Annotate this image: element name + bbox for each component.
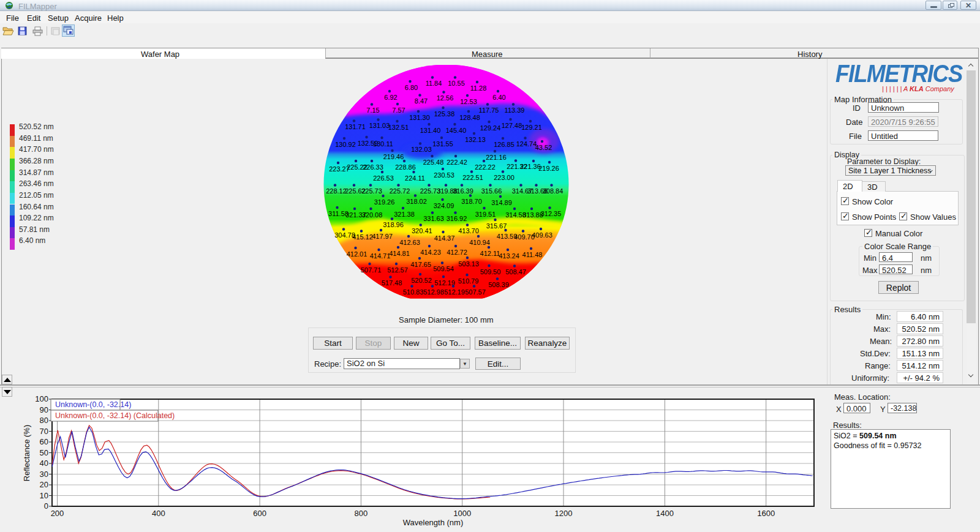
svg-text:225.72: 225.72 — [390, 187, 410, 195]
svg-text:131.30: 131.30 — [409, 114, 430, 121]
svg-text:222.42: 222.42 — [447, 159, 467, 166]
svg-text:224.11: 224.11 — [405, 174, 425, 182]
svg-text:512.57: 512.57 — [387, 266, 408, 274]
svg-text:222.22: 222.22 — [475, 163, 496, 171]
svg-text:415.12: 415.12 — [352, 233, 373, 241]
svg-text:222.51: 222.51 — [462, 174, 483, 181]
svg-text:11.84: 11.84 — [426, 80, 442, 87]
svg-text:90: 90 — [40, 405, 48, 414]
svg-text:12.56: 12.56 — [437, 94, 454, 102]
svg-text:11.28: 11.28 — [470, 84, 487, 92]
svg-text:509.54: 509.54 — [433, 265, 454, 272]
svg-text:520.52: 520.52 — [411, 277, 432, 284]
svg-text:130.92: 130.92 — [335, 141, 356, 148]
svg-text:131.03: 131.03 — [369, 122, 390, 129]
svg-text:Reflectance (%): Reflectance (%) — [22, 425, 31, 481]
svg-text:223.00: 223.00 — [494, 174, 514, 181]
svg-text:7.15: 7.15 — [366, 107, 379, 114]
svg-text:320.08: 320.08 — [362, 211, 383, 219]
svg-text:316.92: 316.92 — [447, 215, 467, 222]
svg-text:508.39: 508.39 — [488, 281, 509, 288]
svg-text:7.57: 7.57 — [392, 107, 405, 114]
svg-text:20: 20 — [40, 480, 48, 489]
svg-text:225.73: 225.73 — [361, 187, 382, 195]
svg-text:600: 600 — [253, 509, 266, 518]
svg-text:60: 60 — [40, 437, 48, 446]
svg-text:12.53: 12.53 — [460, 98, 477, 105]
svg-text:128.48: 128.48 — [459, 114, 480, 121]
svg-text:70: 70 — [40, 427, 48, 436]
svg-text:508.47: 508.47 — [505, 268, 526, 275]
svg-text:113.39: 113.39 — [505, 107, 525, 114]
svg-text:10.55: 10.55 — [448, 80, 465, 87]
svg-text:417.65: 417.65 — [410, 261, 431, 268]
svg-text:Unknown-(0.0, -32.14): Unknown-(0.0, -32.14) — [55, 400, 131, 409]
svg-text:1200: 1200 — [555, 509, 573, 518]
svg-text:324.09: 324.09 — [434, 202, 454, 209]
svg-text:230.53: 230.53 — [434, 171, 454, 179]
svg-text:414.71: 414.71 — [370, 252, 391, 260]
svg-text:503.13: 503.13 — [458, 260, 479, 268]
svg-text:308.84: 308.84 — [543, 187, 564, 195]
svg-text:228.12: 228.12 — [326, 187, 347, 195]
svg-text:226.53: 226.53 — [373, 174, 394, 182]
svg-text:319.51: 319.51 — [475, 211, 496, 218]
svg-text:129.21: 129.21 — [521, 124, 542, 131]
svg-text:131.55: 131.55 — [432, 140, 453, 148]
svg-text:228.86: 228.86 — [395, 163, 416, 171]
svg-text:50: 50 — [40, 448, 48, 457]
svg-text:414.23: 414.23 — [420, 249, 441, 256]
svg-text:507.71: 507.71 — [361, 266, 382, 274]
svg-text:320.41: 320.41 — [412, 227, 432, 234]
svg-text:131.71: 131.71 — [345, 123, 366, 130]
svg-text:414.81: 414.81 — [389, 250, 410, 257]
svg-text:321.38: 321.38 — [394, 211, 415, 218]
svg-text:226.33: 226.33 — [363, 163, 383, 171]
svg-text:219.46: 219.46 — [383, 153, 404, 160]
svg-text:800: 800 — [355, 509, 368, 518]
svg-text:132.51: 132.51 — [388, 124, 409, 131]
svg-text:512.98: 512.98 — [423, 288, 444, 296]
svg-text:221.16: 221.16 — [486, 154, 507, 161]
svg-text:1400: 1400 — [656, 509, 674, 518]
svg-text:412.63: 412.63 — [399, 239, 420, 246]
svg-text:100: 100 — [35, 394, 48, 403]
svg-text:125.38: 125.38 — [434, 110, 455, 118]
svg-text:1000: 1000 — [453, 509, 471, 518]
svg-text:0: 0 — [44, 501, 48, 511]
svg-text:145.40: 145.40 — [446, 127, 467, 134]
svg-text:124.74: 124.74 — [516, 140, 537, 148]
svg-text:131.40: 131.40 — [420, 127, 441, 134]
svg-text:126.85: 126.85 — [494, 141, 514, 148]
svg-text:318.70: 318.70 — [461, 198, 482, 205]
svg-text:318.02: 318.02 — [406, 198, 427, 205]
svg-text:127.48: 127.48 — [502, 122, 522, 129]
svg-text:117.75: 117.75 — [479, 107, 499, 114]
svg-text:414.37: 414.37 — [434, 234, 455, 242]
svg-text:43.52: 43.52 — [535, 144, 552, 151]
svg-text:80: 80 — [40, 416, 48, 425]
svg-text:200: 200 — [51, 509, 64, 518]
svg-text:412.01: 412.01 — [347, 250, 368, 258]
svg-text:130.11: 130.11 — [373, 140, 393, 148]
svg-text:129.24: 129.24 — [480, 124, 501, 132]
svg-text:132.13: 132.13 — [465, 136, 486, 143]
svg-text:40: 40 — [40, 459, 48, 468]
svg-text:6.40: 6.40 — [492, 94, 505, 101]
svg-text:219.26: 219.26 — [538, 165, 559, 172]
svg-text:413.24: 413.24 — [499, 252, 519, 260]
svg-text:312.35: 312.35 — [541, 210, 562, 217]
svg-text:510.79: 510.79 — [458, 277, 479, 285]
svg-text:412.72: 412.72 — [447, 249, 467, 256]
svg-text:225.48: 225.48 — [423, 159, 444, 166]
svg-text:412.11: 412.11 — [480, 250, 500, 257]
svg-text:411.48: 411.48 — [522, 251, 543, 258]
svg-text:517.48: 517.48 — [382, 279, 402, 287]
svg-text:315.66: 315.66 — [481, 187, 502, 195]
svg-text:132.03: 132.03 — [411, 146, 432, 153]
svg-text:314.89: 314.89 — [491, 199, 512, 206]
svg-text:315.67: 315.67 — [486, 222, 507, 230]
svg-text:1600: 1600 — [757, 509, 775, 518]
svg-text:417.97: 417.97 — [372, 233, 393, 240]
svg-text:319.26: 319.26 — [374, 198, 395, 206]
